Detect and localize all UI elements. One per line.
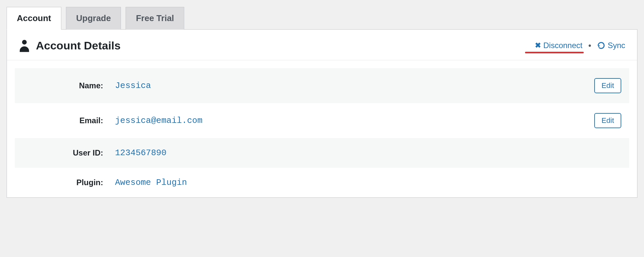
page-title: Account Details (36, 39, 121, 52)
user-id-value: 1234567890 (115, 148, 621, 158)
panel-header: Account Details ✖ Disconnect • Sync (7, 30, 637, 60)
plugin-value: Awesome Plugin (115, 178, 621, 187)
tab-account[interactable]: Account (7, 7, 61, 30)
edit-name-button[interactable]: Edit (594, 78, 621, 93)
name-label: Name: (23, 81, 115, 90)
header-actions: ✖ Disconnect • Sync (535, 41, 626, 50)
details-list: Name: Jessica Edit Email: jessica@email.… (7, 60, 637, 197)
panel-title-wrap: Account Details (19, 39, 121, 52)
edit-email-button[interactable]: Edit (594, 113, 621, 128)
name-value: Jessica (115, 81, 594, 91)
disconnect-label: Disconnect (543, 41, 583, 50)
row-plugin: Plugin: Awesome Plugin (15, 168, 629, 197)
disconnect-link[interactable]: ✖ Disconnect (535, 41, 583, 50)
row-user-id: User ID: 1234567890 (15, 138, 629, 168)
email-value: jessica@email.com (115, 116, 594, 126)
sync-label: Sync (608, 41, 625, 50)
user-icon (19, 39, 30, 52)
dot-separator: • (588, 41, 591, 50)
close-icon: ✖ (535, 41, 541, 50)
highlight-underline (525, 52, 584, 53)
tab-upgrade[interactable]: Upgrade (66, 7, 121, 30)
sync-icon (597, 42, 605, 49)
plugin-label: Plugin: (23, 178, 115, 187)
user-id-label: User ID: (23, 148, 115, 157)
svg-point-0 (22, 40, 27, 44)
row-name: Name: Jessica Edit (15, 68, 629, 103)
tab-free-trial[interactable]: Free Trial (126, 7, 184, 30)
tabs-nav: Account Upgrade Free Trial (7, 7, 637, 30)
account-panel: Account Details ✖ Disconnect • Sync (7, 30, 637, 198)
row-email: Email: jessica@email.com Edit (15, 103, 629, 138)
sync-link[interactable]: Sync (597, 41, 625, 50)
email-label: Email: (23, 116, 115, 125)
